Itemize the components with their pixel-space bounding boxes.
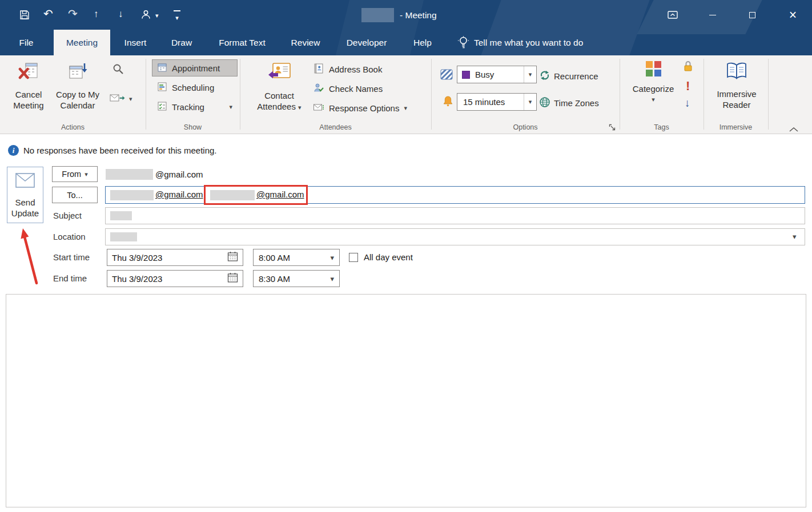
minimize-icon [709, 15, 716, 15]
tab-draw[interactable]: Draw [168, 30, 195, 55]
subject-redaction [110, 211, 132, 220]
categorize-button[interactable]: Categorize ▾ [627, 57, 680, 116]
infobar-text: No responses have been received for this… [23, 146, 217, 155]
cancel-meeting-icon [18, 62, 39, 83]
location-dropdown-icon[interactable]: ▾ [793, 233, 797, 240]
recurrence-button[interactable]: Recurrence [539, 68, 598, 83]
group-separator [146, 59, 146, 130]
busy-status-color-icon [462, 71, 470, 79]
immersive-reader-button[interactable]: ImmersiveReader [709, 57, 764, 116]
categorize-dropdown-icon: ▾ [652, 96, 655, 103]
forward-dropdown-icon[interactable]: ▾ [129, 96, 132, 102]
low-importance-icon[interactable]: ↓ [685, 97, 690, 110]
immersive-reader-icon [725, 61, 748, 84]
redo-icon[interactable]: ↷ [68, 7, 78, 21]
copy-to-calendar-icon [67, 62, 88, 83]
tab-meeting[interactable]: Meeting [54, 30, 110, 55]
next-item-icon[interactable]: ↓ [118, 9, 123, 20]
show-as-dropdown-icon[interactable]: ▾ [524, 66, 536, 83]
tracking-button[interactable]: Tracking ▾ [152, 98, 238, 115]
close-icon: × [789, 7, 797, 23]
undo-icon[interactable]: ↶ [43, 7, 53, 21]
tell-me-box[interactable]: Tell me what you want to do [474, 30, 622, 55]
subject-label: Subject [53, 211, 82, 220]
group-separator [704, 59, 704, 130]
contact-qat-icon[interactable] [140, 9, 151, 22]
tab-developer[interactable]: Developer [343, 30, 391, 55]
tab-format-text[interactable]: Format Text [214, 30, 270, 55]
location-redaction [110, 232, 137, 241]
location-field[interactable] [105, 228, 805, 245]
subject-field[interactable] [105, 207, 805, 224]
reminder-dropdown-icon[interactable]: ▾ [524, 94, 536, 110]
collapse-ribbon-icon[interactable] [789, 124, 799, 135]
save-icon[interactable] [19, 10, 30, 22]
start-date-calendar-icon[interactable] [227, 251, 238, 264]
appointment-button[interactable]: Appointment [152, 59, 238, 76]
from-dropdown-icon: ▾ [85, 171, 88, 178]
to-value2[interactable]: @gmail.com [256, 190, 304, 199]
ribbon-display-options-button[interactable] [660, 0, 685, 30]
annotation-arrow [8, 224, 45, 287]
contact-qat-dropdown-icon[interactable]: ▾ [155, 13, 159, 19]
close-button[interactable]: × [780, 0, 806, 30]
start-time-select[interactable]: 8:00 AM ▾ [253, 249, 340, 266]
end-time-label: End time [53, 273, 87, 283]
recurrence-icon [539, 70, 550, 83]
time-zones-button[interactable]: Time Zones [539, 95, 599, 110]
app-header: ↶ ↷ ↑ ↓ ▾ ▾ - Meeting × File Meeting Ins… [0, 0, 812, 55]
from-button[interactable]: From ▾ [52, 166, 98, 182]
maximize-button[interactable] [739, 0, 765, 30]
address-book-button[interactable]: Address Book [313, 62, 382, 76]
title-redaction [361, 8, 394, 22]
tab-help[interactable]: Help [409, 30, 436, 55]
tab-review[interactable]: Review [290, 30, 321, 55]
group-label-actions: Actions [0, 123, 146, 131]
lightbulb-icon [457, 36, 469, 51]
send-update-button[interactable]: SendUpdate [7, 167, 43, 223]
cancel-meeting-button[interactable]: CancelMeeting [7, 58, 50, 116]
info-icon: i [8, 145, 19, 156]
from-value: @gmail.com [155, 170, 203, 179]
copy-to-my-calendar-button[interactable]: Copy to MyCalendar [49, 58, 106, 116]
show-as-status-icon [440, 69, 453, 82]
ribbon-display-options-icon [667, 9, 678, 21]
reminder-select[interactable]: 15 minutes ▾ [457, 93, 537, 111]
high-importance-icon[interactable]: ! [686, 79, 690, 94]
minimize-button[interactable] [700, 0, 725, 30]
scheduling-button[interactable]: Scheduling [152, 79, 238, 96]
end-time-select[interactable]: 8:30 AM ▾ [253, 270, 340, 287]
end-time-dropdown-icon[interactable]: ▾ [330, 276, 334, 282]
all-day-label[interactable]: All day event [364, 252, 413, 262]
show-as-select[interactable]: Busy ▾ [457, 66, 537, 83]
tab-insert[interactable]: Insert [121, 30, 150, 55]
tab-file[interactable]: File [13, 30, 40, 55]
group-label-options: Options [431, 123, 620, 131]
end-date-calendar-icon[interactable] [227, 272, 238, 285]
to-button[interactable]: To... [52, 187, 98, 203]
previous-item-icon[interactable]: ↑ [94, 9, 99, 20]
start-date-field[interactable]: Thu 3/9/2023 [107, 249, 243, 266]
response-options-button[interactable]: Response Options ▾ [313, 100, 407, 115]
contact-attendees-dropdown-icon: ▾ [298, 104, 302, 111]
to-value1-redaction [110, 190, 154, 200]
outlook-meeting-window: { "colors": { "titlebar": "#1C4675", "ac… [0, 0, 812, 512]
end-date-field[interactable]: Thu 3/9/2023 [107, 270, 243, 287]
group-label-tags: Tags [620, 123, 704, 131]
customize-quick-access-toolbar-icon[interactable]: ▾ [173, 10, 181, 22]
start-time-dropdown-icon[interactable]: ▾ [330, 255, 334, 261]
check-names-button[interactable]: Check Names [313, 81, 383, 96]
message-body[interactable] [6, 294, 806, 507]
to-value1[interactable]: @gmail.com [155, 190, 203, 199]
all-day-checkbox[interactable] [349, 253, 358, 262]
zoom-button[interactable] [108, 62, 128, 79]
reminder-bell-icon [442, 95, 454, 110]
to-value2-redaction [210, 190, 255, 200]
forward-button[interactable] [107, 91, 127, 107]
group-label-show: Show [146, 123, 240, 131]
private-lock-icon[interactable] [683, 60, 693, 75]
maximize-icon [749, 12, 755, 18]
group-separator [240, 59, 240, 130]
contact-attendees-button[interactable]: ContactAttendees ▾ [247, 57, 312, 116]
time-zones-icon [539, 96, 550, 110]
